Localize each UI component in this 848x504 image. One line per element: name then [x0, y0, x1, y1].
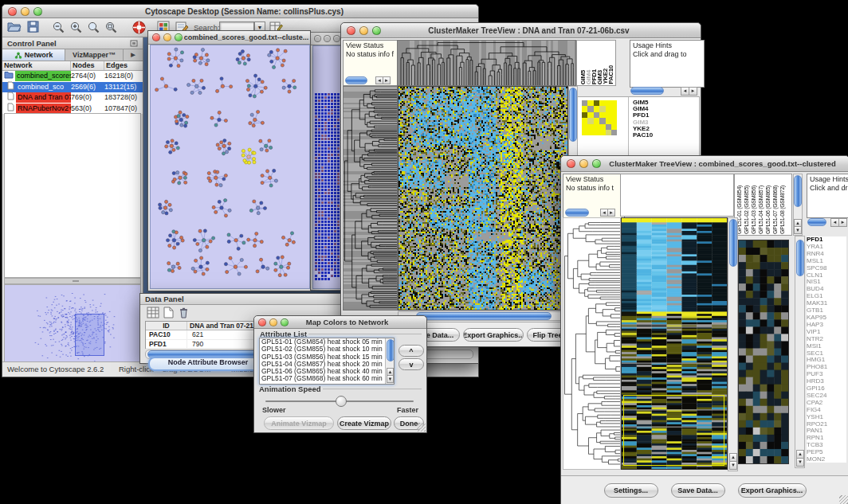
network1-titlebar[interactable]: combined_scores_good.txt--cluste...	[148, 31, 310, 45]
new-attribute-button[interactable]	[163, 307, 174, 322]
show-table-button[interactable]	[147, 307, 159, 322]
tv1-status-scrollbar[interactable]: ◄ ►	[345, 76, 391, 84]
tv1-usage-hints: Usage Hints Click and drag to	[630, 40, 705, 88]
create-vizmap-button[interactable]: Create Vizmap	[337, 416, 391, 430]
tv1-hints-scrollbar[interactable]: ◄ ►	[630, 87, 698, 95]
matrix-cell	[611, 118, 617, 123]
network-row[interactable]: DNA and Tran 07769(0)183728(0)	[2, 92, 143, 104]
network-overview-thumbnail[interactable]	[4, 284, 141, 364]
scroll-right-icon[interactable]: ►	[383, 76, 391, 84]
move-down-button[interactable]: v	[398, 358, 424, 370]
animate-vizmap-button[interactable]: Animate Vizmap	[264, 416, 334, 430]
row-id: PAC10	[146, 330, 187, 339]
matrix-cell	[594, 124, 599, 130]
tv1-row-dendrogram[interactable]	[343, 86, 398, 311]
scroll-down-icon[interactable]: ▼	[794, 226, 802, 234]
matrix-cell	[582, 118, 587, 123]
resize-grip[interactable]	[839, 495, 848, 504]
tv2-hints-scrollbar[interactable]: ◄ ►	[807, 218, 847, 226]
matrix-cell	[611, 130, 617, 135]
zoom-window-icon	[592, 159, 601, 168]
close-icon	[258, 318, 266, 326]
treeview2-titlebar[interactable]: ClusterMaker TreeView : combined_scores_…	[561, 156, 848, 172]
scroll-down-icon[interactable]: ▼	[796, 458, 804, 467]
tv1-column-dendrogram[interactable]	[397, 40, 576, 86]
tv1-correlation-matrix[interactable]	[582, 100, 617, 135]
slider-thumb[interactable]	[336, 396, 347, 407]
tv2-column-dendrogram-area[interactable]	[620, 174, 734, 217]
network1-canvas[interactable]	[150, 45, 310, 289]
tv2-heatmap[interactable]	[621, 217, 728, 470]
matrix-cell	[587, 112, 593, 118]
tv2-zoom-heatmap[interactable]	[738, 240, 789, 464]
tv2-settings-button[interactable]: Settings...	[604, 483, 658, 498]
matrix-cell	[582, 124, 587, 130]
zoom-fit-button[interactable]	[104, 21, 118, 37]
control-panel-tabs: Network VizMapper™ ▶	[2, 49, 143, 61]
tv1-export-graphics-button[interactable]: Export Graphics...	[463, 328, 524, 342]
tv2-save-data-button[interactable]: Save Data...	[671, 483, 725, 498]
tv2-usage-hints-text: Click and drag to	[810, 184, 848, 193]
col-nodes[interactable]: Nodes	[71, 61, 104, 70]
zoom-in-button[interactable]	[69, 21, 83, 37]
open-session-button[interactable]	[7, 21, 22, 37]
tab-vizmapper[interactable]: VizMapper™	[65, 49, 124, 61]
attribute-list-scrollbar[interactable]: ▲ ▼	[385, 338, 394, 384]
window-controls[interactable]	[8, 7, 42, 16]
main-titlebar[interactable]: Cytoscape Desktop (Session Name: collins…	[2, 5, 478, 18]
zoom-fit-icon	[104, 21, 118, 34]
tv2-heatmap-vscrollbar[interactable]: ▲ ▼	[728, 217, 738, 471]
move-up-button[interactable]: ^	[398, 345, 424, 357]
zoom-out-button[interactable]	[52, 21, 65, 37]
resize-grip[interactable]	[417, 423, 426, 432]
tv2-status-scrollbar[interactable]: ◄ ►	[565, 209, 616, 216]
tv1-legend-gene-list: GIM5GIM4PFD1GIM3YKE2PAC10	[633, 100, 653, 139]
network-row[interactable]: combined_sco2569(6)13112(15)	[2, 82, 143, 93]
col-edges[interactable]: Edges	[104, 61, 141, 70]
scroll-right-icon[interactable]: ►	[689, 87, 697, 96]
dp-col-id[interactable]: ID	[146, 322, 187, 330]
help-button[interactable]	[132, 20, 147, 38]
tv2-labels-scrollbar[interactable]: ▲ ▼	[793, 174, 803, 236]
tv1-heatmap[interactable]	[398, 86, 568, 311]
tv2-usage-hints: Usage Hints Click and drag to	[807, 174, 848, 218]
network-icon	[14, 52, 22, 59]
zoom-selected-button[interactable]	[87, 21, 100, 37]
minimize-icon	[359, 26, 368, 35]
animation-speed-slider[interactable]	[265, 396, 414, 407]
tab-node-attribute-browser[interactable]: Node Attribute Browser	[148, 357, 268, 371]
panel-splitter[interactable]	[4, 278, 141, 284]
tab-network[interactable]: Network	[2, 49, 65, 61]
tv2-export-graphics-button[interactable]: Export Graphics...	[738, 483, 807, 498]
open-folder-icon	[7, 21, 22, 33]
matrix-cell	[606, 112, 611, 118]
matrix-cell	[611, 112, 617, 118]
network-row[interactable]: RNAPuberNov2+563(0)107847(0)	[2, 104, 143, 115]
tv2-column-label: GPL51-03 (GSM856)	[751, 175, 756, 234]
close-icon	[567, 159, 575, 168]
dialog-titlebar[interactable]: Map Colors to Network	[254, 316, 426, 329]
tab-overflow-button[interactable]: ▶	[124, 49, 143, 61]
delete-attribute-button[interactable]	[179, 307, 189, 322]
map-colors-dialog: Map Colors to Network Attribute List GPL…	[253, 315, 427, 433]
gene-label[interactable]: MON2	[807, 456, 846, 463]
matrix-cell	[582, 100, 587, 106]
scroll-down-icon[interactable]: ▼	[729, 461, 737, 470]
tv2-row-dendrogram[interactable]	[563, 217, 621, 470]
treeview1-titlebar[interactable]: ClusterMaker TreeView : DNA and Tran 07-…	[341, 23, 701, 38]
attribute-list-item[interactable]: GPL51-07 (GSM868) heat shock 60 min	[261, 375, 394, 382]
scroll-right-icon[interactable]: ►	[838, 218, 847, 227]
scroll-right-icon[interactable]: ►	[607, 209, 615, 217]
tv2-gene-list: PFD1YRA1RNR4MSL1SPC98CLN1NIS1BUD4ELG1MAK…	[807, 236, 846, 463]
col-network[interactable]: Network	[2, 61, 71, 70]
float-panel-icon[interactable]	[130, 40, 138, 47]
tv2-genes-vscrollbar[interactable]: ▲ ▼	[795, 236, 805, 468]
scroll-down-icon[interactable]: ▼	[387, 375, 394, 383]
close-icon	[314, 35, 321, 42]
save-session-button[interactable]	[27, 21, 40, 37]
attribute-listbox[interactable]: GPL51-01 (GSM854) heat shock 05 minGPL51…	[259, 338, 395, 385]
network-tree-area[interactable]	[4, 113, 141, 278]
table-icon	[147, 307, 159, 318]
network-row[interactable]: combined_scores2764(0)16218(0)	[2, 71, 143, 82]
matrix-cell	[594, 106, 599, 111]
